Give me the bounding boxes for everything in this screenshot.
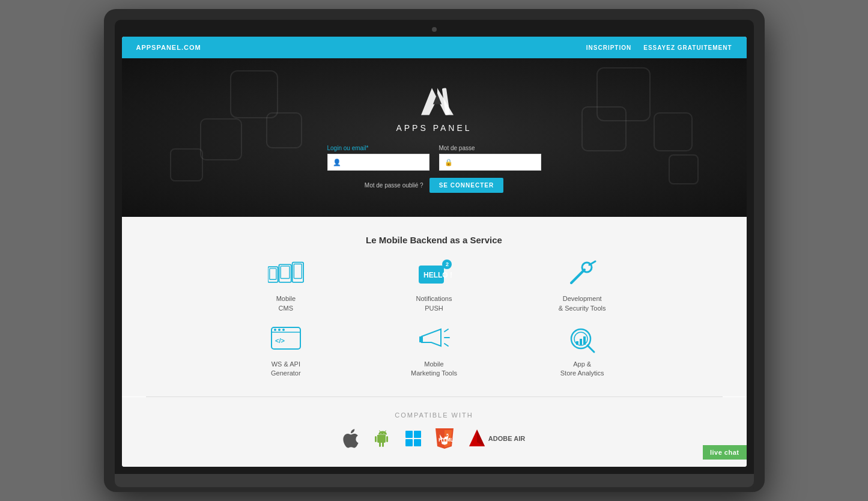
marketing-label: MobileMarketing Tools	[411, 360, 457, 378]
adobe-air-icon: ADOBE AIR	[468, 428, 525, 449]
svg-text:HTML: HTML	[439, 437, 454, 443]
android-icon	[374, 428, 391, 449]
hero-section: APPS PANEL Login ou email* 👤	[122, 58, 747, 217]
html5-icon: HTML 5	[436, 428, 454, 449]
top-nav: APPSPANEL.COM INSCRIPTION ESSAYEZ GRATUI…	[122, 37, 747, 58]
svg-rect-29	[580, 339, 582, 345]
password-input[interactable]	[457, 159, 536, 166]
svg-line-27	[587, 345, 594, 352]
feature-analytics: App &Store Analytics	[520, 325, 645, 378]
login-input[interactable]	[345, 159, 424, 166]
compatible-title: COMPATIBLE WITH	[146, 411, 723, 419]
password-input-wrapper: 🔒	[439, 154, 541, 171]
svg-rect-28	[576, 341, 578, 345]
marketing-icon	[416, 325, 452, 355]
svg-rect-30	[583, 336, 586, 345]
inscription-link[interactable]: INSCRIPTION	[586, 44, 631, 51]
try-free-link[interactable]: ESSAYEZ GRATUITEMENT	[643, 44, 732, 51]
features-section: Le Mobile Backend as a Service	[122, 217, 747, 396]
windows-icon	[405, 431, 421, 446]
laptop-frame: APPSPANEL.COM INSCRIPTION ESSAYEZ GRATUI…	[104, 9, 765, 492]
submit-button[interactable]: SE CONNECTER	[429, 178, 503, 193]
brand-label: APPSPANEL.COM	[136, 44, 201, 51]
svg-rect-21	[419, 336, 423, 342]
svg-rect-9	[294, 264, 302, 279]
camera	[432, 27, 437, 32]
form-fields: Login ou email* 👤 Mot de passe 🔒	[327, 145, 541, 171]
mobile-cms-label: MobileCMS	[276, 294, 296, 313]
svg-point-17	[274, 329, 276, 331]
svg-rect-5	[270, 269, 276, 279]
svg-rect-7	[281, 266, 290, 278]
analytics-icon	[564, 325, 600, 355]
screen: APPSPANEL.COM INSCRIPTION ESSAYEZ GRATUI…	[122, 37, 747, 467]
logo-icon	[410, 76, 458, 118]
logo-section: APPS PANEL	[134, 76, 735, 133]
screen-bezel: APPSPANEL.COM INSCRIPTION ESSAYEZ GRATUI…	[115, 20, 754, 474]
forgot-password-link[interactable]: Mot de passe oublié ?	[365, 182, 423, 189]
feature-ws-api: </> WS & APIGenerator	[224, 325, 348, 378]
feature-notifications-push: HELLO ! 2 NotificationsPUSH	[372, 260, 496, 313]
feature-dev-security: Development& Security Tools	[520, 260, 645, 313]
ws-api-label: WS & APIGenerator	[271, 360, 301, 378]
logo-text: APPS PANEL	[134, 123, 735, 133]
ws-api-icon: </>	[268, 325, 304, 355]
laptop-bottom	[115, 487, 754, 492]
login-input-wrapper: 👤	[327, 154, 429, 171]
password-label: Mot de passe	[439, 145, 475, 151]
live-chat-button[interactable]: live chat	[703, 445, 747, 460]
dev-security-icon	[564, 260, 600, 290]
dev-security-label: Development& Security Tools	[559, 294, 606, 313]
features-grid: MobileCMS HELLO ! 2 NotificationsPUSH	[224, 260, 645, 378]
windows-squares	[405, 431, 421, 446]
svg-text:5: 5	[446, 433, 449, 437]
compatible-section: COMPATIBLE WITH	[122, 397, 747, 467]
apple-icon	[343, 428, 360, 449]
laptop-base	[115, 474, 754, 487]
login-field-group: Login ou email* 👤	[327, 145, 429, 171]
nav-links: INSCRIPTION ESSAYEZ GRATUITEMENT	[586, 44, 732, 51]
svg-line-12	[571, 270, 584, 283]
platform-icons: HTML 5 ADOBE AIR	[146, 428, 723, 449]
svg-line-24	[445, 344, 448, 346]
password-field-group: Mot de passe 🔒	[439, 145, 541, 171]
feature-mobile-cms: MobileCMS	[224, 260, 348, 313]
feature-marketing: MobileMarketing Tools	[372, 325, 496, 378]
form-bottom: Mot de passe oublié ? SE CONNECTER	[365, 178, 503, 193]
analytics-label: App &Store Analytics	[560, 360, 604, 378]
lock-icon: 🔒	[445, 159, 453, 166]
features-title: Le Mobile Backend as a Service	[146, 235, 723, 245]
user-icon: 👤	[333, 159, 341, 166]
svg-text:HELLO !: HELLO !	[423, 271, 452, 279]
svg-point-18	[278, 329, 281, 331]
mobile-cms-icon	[268, 260, 304, 290]
notifications-push-icon: HELLO ! 2	[416, 260, 452, 290]
svg-text:</>: </>	[275, 337, 285, 344]
login-form: Login ou email* 👤 Mot de passe 🔒	[134, 145, 735, 193]
login-label: Login ou email*	[327, 145, 369, 151]
svg-point-19	[282, 329, 285, 331]
svg-line-22	[445, 329, 448, 332]
notifications-push-label: NotificationsPUSH	[416, 294, 452, 313]
